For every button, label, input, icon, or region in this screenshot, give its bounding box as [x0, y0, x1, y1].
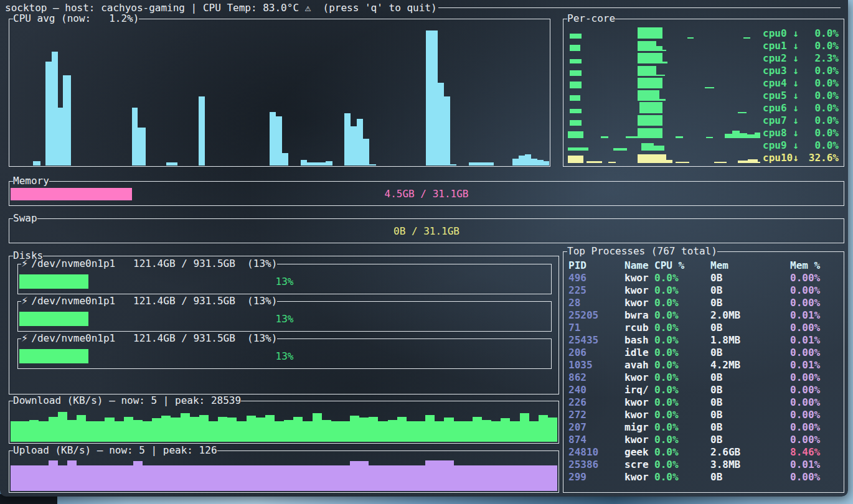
cell-mem: 3.8MB — [710, 459, 790, 470]
upload-bar — [77, 465, 86, 491]
upload-bar — [548, 465, 557, 491]
cell-pid: 207 — [568, 421, 624, 433]
cell-pid: 25435 — [568, 334, 624, 346]
cpu-avg-bar — [301, 160, 307, 166]
cpu-avg-bar — [282, 153, 288, 166]
cell-memp: 8.46% — [790, 446, 840, 458]
download-bar — [350, 416, 359, 442]
core-name: cpu4 — [763, 77, 793, 89]
per-core-sparkline — [565, 89, 760, 101]
process-row: 25205bwra0.0%2.0MB0.01% — [568, 309, 841, 321]
download-bar — [397, 417, 407, 442]
download-bar — [454, 421, 463, 442]
upload-bar — [284, 465, 293, 491]
per-core-sparkline — [565, 114, 760, 126]
upload-bar — [539, 465, 548, 491]
cpu-avg-bar — [469, 162, 494, 166]
core-name: cpu2 — [763, 52, 793, 64]
download-panel: Download (KB/s) — now: 5 | peak: 28539 — [9, 401, 559, 444]
process-row: 225kwor0.0%0B0.00% — [568, 284, 841, 296]
per-core-sparkline — [565, 101, 760, 114]
per-core-bar — [570, 45, 580, 51]
disk-bolt-icon: ⚡ — [21, 295, 31, 307]
cell-mem: 0B — [710, 297, 790, 309]
cell-mem: 4.2MB — [710, 359, 790, 371]
per-core-bar — [676, 136, 683, 138]
cell-name: kwor — [624, 272, 654, 284]
upload-bar — [161, 465, 171, 491]
per-core-label: cpu2↓2.3% — [763, 52, 839, 64]
upload-bar — [520, 465, 529, 491]
download-bar — [416, 421, 425, 442]
upload-bar — [369, 465, 378, 491]
per-core-label: cpu6↓0.0% — [763, 101, 839, 114]
download-bar — [331, 421, 341, 442]
cell-mem: 0B — [710, 272, 790, 284]
per-core-bar — [568, 131, 583, 138]
download-bar — [359, 418, 369, 442]
cell-name: geek — [624, 446, 654, 458]
upload-bar — [124, 465, 133, 491]
cell-cpu: 0.0% — [654, 322, 710, 334]
cell-name: kwor — [624, 371, 654, 383]
download-bar — [407, 421, 416, 442]
cell-name: migr — [624, 421, 654, 433]
cell-memp: 0.01% — [790, 334, 840, 346]
disk-info: /dev/nvme0n1p1 121.4GB / 931.5GB (13%) — [31, 332, 277, 344]
cell-name: avah — [624, 359, 654, 371]
memory-gauge: 4.5GB / 31.1GB — [11, 188, 842, 200]
process-row: 862kwor0.0%0B0.00% — [568, 371, 841, 383]
upload-bar — [95, 465, 105, 491]
per-core-bar — [638, 78, 662, 88]
disk-bolt-icon: ⚡ — [21, 332, 31, 344]
per-core-label: cpu4↓0.0% — [763, 77, 839, 89]
upload-bar — [227, 465, 237, 491]
per-core-bar — [568, 156, 583, 163]
col-header-memp: Mem % — [790, 259, 840, 271]
upload-title: Upload (KB/s) — now: 5 | peak: 126 — [13, 445, 217, 456]
per-core-bar — [740, 133, 747, 138]
per-core-bar — [758, 162, 760, 163]
cell-name: irq/ — [624, 384, 654, 396]
core-usage-value: 0.0% — [814, 65, 839, 77]
cpu-avg-bar — [199, 96, 205, 166]
process-row: 207migr0.0%0B0.00% — [568, 421, 841, 433]
upload-bar — [29, 465, 39, 491]
cell-memp: 0.00% — [790, 297, 840, 309]
per-core-label: cpu8↓0.0% — [763, 126, 839, 139]
per-core-bar — [638, 154, 666, 163]
process-row: 226kwor0.0%0B0.00% — [568, 396, 841, 408]
core-name: cpu3 — [763, 65, 793, 77]
download-bar — [473, 417, 482, 442]
upload-bar — [105, 465, 114, 491]
upload-bar — [11, 465, 20, 491]
core-usage-value: 0.0% — [814, 102, 839, 114]
per-core-bar — [638, 90, 659, 101]
down-arrow-icon: ↓ — [793, 102, 799, 114]
cpu-avg-panel: CPU avg (now: 1.2%) — [9, 19, 550, 167]
download-bar — [218, 417, 227, 442]
processes-title: Top Processes (767 total) — [567, 246, 717, 257]
disk-title: ⚡ /dev/nvme0n1p1 121.4GB / 931.5GB (13%) — [21, 296, 277, 307]
download-bar — [227, 418, 237, 442]
per-core-label: cpu10↓32.6% — [763, 151, 839, 164]
down-arrow-icon: ↓ — [793, 40, 799, 52]
cell-memp: 0.01% — [790, 309, 840, 321]
upload-bar — [313, 465, 322, 491]
download-bar — [209, 421, 218, 442]
cell-cpu: 0.0% — [654, 421, 710, 433]
terminal-window[interactable]: socktop — host: cachyos-gaming | CPU Tem… — [0, 0, 848, 497]
upload-bar — [199, 465, 209, 491]
upload-bar — [331, 465, 341, 491]
cpu-avg-bar — [52, 52, 58, 166]
cell-cpu: 0.0% — [654, 272, 710, 284]
per-core-row: cpu3↓0.0% — [565, 64, 842, 77]
cell-mem: 0B — [710, 371, 790, 383]
download-bar — [520, 413, 529, 442]
cell-mem: 1.8MB — [710, 334, 790, 346]
cpu-avg-bar — [444, 96, 450, 166]
process-row: 496kwor0.0%0B0.00% — [568, 271, 841, 284]
process-row: 206idle0.0%0B0.00% — [568, 346, 841, 358]
cell-pid: 272 — [568, 409, 624, 421]
per-core-bar — [687, 37, 694, 39]
